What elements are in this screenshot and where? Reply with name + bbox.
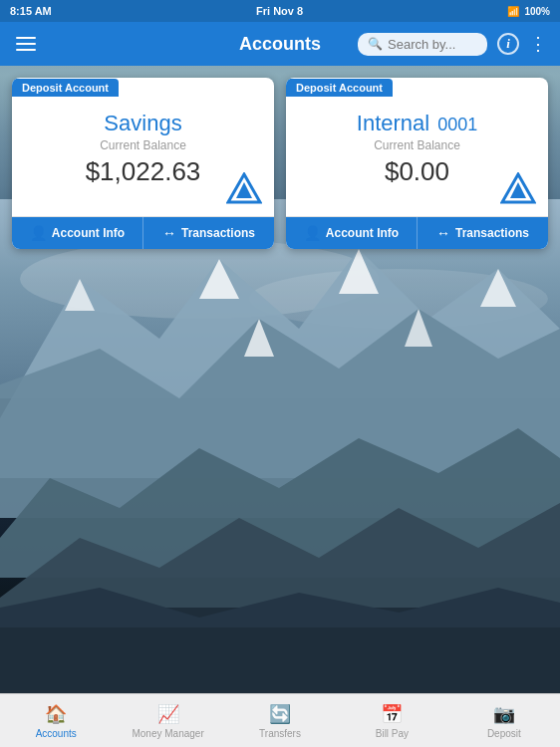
tab-transfers[interactable]: 🔄 Transfers <box>224 697 336 745</box>
accounts-tab-label: Accounts <box>36 728 77 739</box>
info-icon: i <box>506 36 510 52</box>
menu-button[interactable] <box>12 33 40 55</box>
deposit-account-tag-2: Deposit Account <box>286 79 393 97</box>
internal-card-body: Internal 0001 Current Balance $0.00 <box>286 97 548 216</box>
money-manager-tab-icon: 📈 <box>157 703 179 725</box>
savings-account-info-button[interactable]: 👤 Account Info <box>12 217 143 249</box>
internal-card-actions: 👤 Account Info ↔ Transactions <box>286 216 548 249</box>
page-title: Accounts <box>239 34 321 55</box>
status-time: 8:15 AM <box>10 5 52 17</box>
account-info-icon-2: 👤 <box>304 225 321 241</box>
internal-account-name: Internal <box>357 111 429 136</box>
deposit-tab-icon: 📷 <box>493 703 515 725</box>
hamburger-line-3 <box>16 49 36 51</box>
navbar: Accounts 🔍 i ⋮ <box>0 22 560 66</box>
more-button[interactable]: ⋮ <box>529 33 548 55</box>
tab-bar: 🏠 Accounts 📈 Money Manager 🔄 Transfers 📅… <box>0 693 560 747</box>
status-bar: 8:15 AM Fri Nov 8 📶 100% <box>0 0 560 22</box>
internal-card: Deposit Account Internal 0001 Current Ba… <box>286 78 548 249</box>
transactions-icon-2: ↔ <box>436 225 450 241</box>
internal-transactions-button[interactable]: ↔ Transactions <box>418 217 548 249</box>
savings-card-body: Savings Current Balance $1,022.63 <box>12 97 274 216</box>
internal-balance-label: Current Balance <box>374 138 460 152</box>
status-date: Fri Nov 8 <box>256 5 303 17</box>
savings-card-actions: 👤 Account Info ↔ Transactions <box>12 216 274 249</box>
savings-transactions-label: Transactions <box>181 226 255 240</box>
mountain-silhouette <box>0 199 560 747</box>
search-box[interactable]: 🔍 <box>358 33 487 56</box>
hamburger-line-2 <box>16 43 36 45</box>
savings-card: Deposit Account Savings Current Balance … <box>12 78 274 249</box>
wifi-icon: 📶 <box>507 6 519 17</box>
info-button[interactable]: i <box>497 33 519 55</box>
tab-money-manager[interactable]: 📈 Money Manager <box>112 697 223 745</box>
internal-logo <box>500 172 536 208</box>
transactions-icon-1: ↔ <box>162 225 176 241</box>
bill-pay-tab-icon: 📅 <box>381 703 403 725</box>
transfers-tab-label: Transfers <box>259 728 301 739</box>
transfers-tab-icon: 🔄 <box>269 703 291 725</box>
internal-account-info-button[interactable]: 👤 Account Info <box>286 217 418 249</box>
savings-account-name: Savings <box>104 111 181 136</box>
savings-balance-label: Current Balance <box>100 138 186 152</box>
bill-pay-tab-label: Bill Pay <box>376 728 409 739</box>
battery-icon: 100% <box>524 6 550 17</box>
account-info-icon-1: 👤 <box>30 225 47 241</box>
status-right-icons: 📶 100% <box>507 6 550 17</box>
internal-balance: $0.00 <box>385 156 449 187</box>
deposit-account-tag-1: Deposit Account <box>12 79 119 97</box>
card-tag-wrapper-2: Deposit Account <box>286 78 548 97</box>
search-input[interactable] <box>388 37 487 52</box>
tab-bill-pay[interactable]: 📅 Bill Pay <box>336 697 447 745</box>
savings-transactions-button[interactable]: ↔ Transactions <box>143 217 274 249</box>
search-icon: 🔍 <box>368 37 383 51</box>
hamburger-line-1 <box>16 37 36 39</box>
internal-transactions-label: Transactions <box>455 226 529 240</box>
savings-logo <box>226 172 262 208</box>
savings-balance: $1,022.63 <box>86 156 201 187</box>
savings-account-info-label: Account Info <box>52 226 125 240</box>
money-manager-tab-label: Money Manager <box>132 728 203 739</box>
internal-account-info-label: Account Info <box>326 226 399 240</box>
tab-deposit[interactable]: 📷 Deposit <box>448 697 560 745</box>
more-icon: ⋮ <box>529 33 548 55</box>
deposit-tab-label: Deposit <box>487 728 521 739</box>
accounts-grid: Deposit Account Savings Current Balance … <box>0 66 560 249</box>
internal-account-number: 0001 <box>437 115 477 135</box>
tab-accounts[interactable]: 🏠 Accounts <box>0 697 112 745</box>
accounts-tab-icon: 🏠 <box>45 703 67 725</box>
card-tag-wrapper-1: Deposit Account <box>12 78 274 97</box>
